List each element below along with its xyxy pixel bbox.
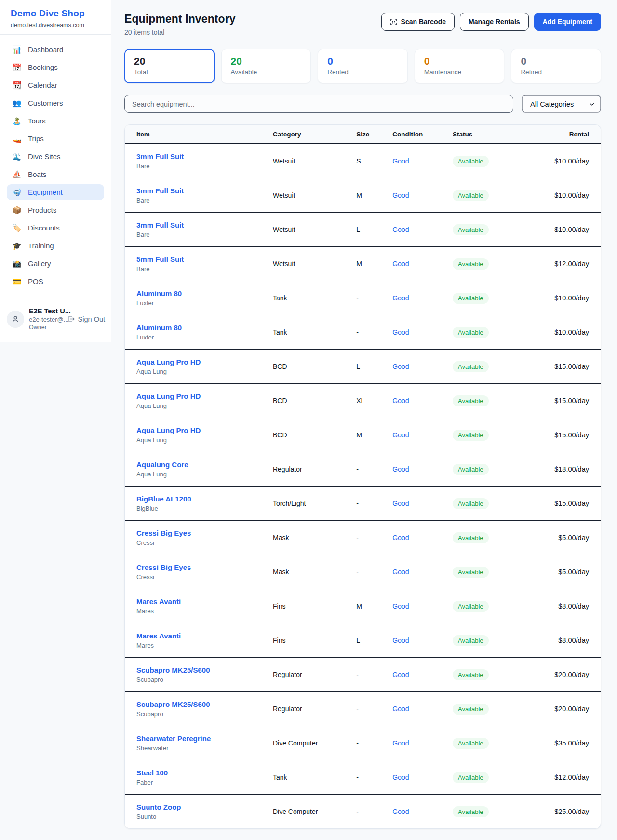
status-badge: Available (453, 430, 489, 441)
nav-item-label: Calendar (28, 81, 57, 89)
sidebar-item[interactable]: 📸 Gallery (7, 256, 104, 271)
sidebar-item[interactable]: 🎓 Training (7, 238, 104, 254)
table-header: Item Category Size Condition Status Rent… (125, 125, 601, 144)
condition-link[interactable]: Good (392, 602, 453, 610)
stat-card[interactable]: 20 Available (221, 49, 311, 83)
condition-link[interactable]: Good (392, 431, 453, 439)
status-cell: Available (453, 430, 533, 441)
condition-link[interactable]: Good (392, 671, 453, 678)
sidebar-item[interactable]: 📦 Products (7, 202, 104, 218)
condition-link[interactable]: Good (392, 191, 453, 199)
nav-item-icon: 💳 (12, 278, 22, 285)
sidebar-item[interactable]: 🚤 Trips (7, 131, 104, 147)
condition-link[interactable]: Good (392, 397, 453, 405)
sidebar-item[interactable]: 🤿 Equipment (7, 184, 104, 200)
condition-link[interactable]: Good (392, 739, 453, 747)
table-row: Shearwater Peregrine Shearwater Dive Com… (125, 726, 601, 760)
status-cell: Available (453, 532, 533, 543)
column-header-condition: Condition (392, 131, 453, 138)
item-name-link[interactable]: 3mm Full Suit (136, 187, 184, 195)
size-cell: - (356, 773, 392, 781)
item-name-link[interactable]: Aqua Lung Pro HD (136, 392, 201, 400)
item-name-link[interactable]: Mares Avanti (136, 632, 181, 640)
sidebar-item[interactable]: 💳 POS (7, 273, 104, 289)
sidebar-item[interactable]: 🌊 Dive Sites (7, 149, 104, 164)
size-cell: - (356, 328, 392, 336)
status-cell: Available (453, 464, 533, 475)
status-cell: Available (453, 258, 533, 270)
size-cell: - (356, 739, 392, 747)
nav-item-label: Training (28, 242, 54, 250)
category-cell: Fins (273, 637, 356, 644)
manage-rentals-label: Manage Rentals (469, 18, 520, 26)
rental-rate: $20.00/day (534, 705, 590, 713)
add-equipment-button[interactable]: Add Equipment (534, 13, 601, 31)
sidebar-item[interactable]: 🏷️ Discounts (7, 220, 104, 236)
condition-link[interactable]: Good (392, 534, 453, 542)
category-select[interactable]: All Categories (522, 95, 601, 113)
item-name-link[interactable]: Aqua Lung Pro HD (136, 426, 201, 434)
item-name-link[interactable]: Scubapro MK25/S600 (136, 700, 210, 708)
item-name-link[interactable]: BigBlue AL1200 (136, 495, 191, 503)
sidebar-item[interactable]: 📆 Calendar (7, 77, 104, 93)
nav-item-icon: 🏷️ (12, 224, 22, 231)
item-name-link[interactable]: Scubapro MK25/S600 (136, 666, 210, 674)
condition-link[interactable]: Good (392, 637, 453, 644)
item-name-link[interactable]: Steel 100 (136, 769, 168, 777)
sign-out-button[interactable]: Sign Out (67, 315, 105, 323)
stat-card[interactable]: 0 Retired (511, 49, 601, 83)
condition-link[interactable]: Good (392, 328, 453, 336)
item-name-link[interactable]: Suunto Zoop (136, 803, 181, 811)
sidebar-item[interactable]: 👥 Customers (7, 95, 104, 111)
condition-link[interactable]: Good (392, 157, 453, 165)
item-name-link[interactable]: Mares Avanti (136, 597, 181, 606)
condition-link[interactable]: Good (392, 568, 453, 576)
stat-card[interactable]: 0 Rented (318, 49, 408, 83)
condition-link[interactable]: Good (392, 294, 453, 302)
status-cell: Available (453, 704, 533, 715)
condition-link[interactable]: Good (392, 773, 453, 781)
item-name-link[interactable]: Aqua Lung Pro HD (136, 358, 201, 366)
sidebar-item[interactable]: 📅 Bookings (7, 59, 104, 75)
item-name-link[interactable]: Shearwater Peregrine (136, 734, 211, 743)
sidebar-nav: 📊 Dashboard 📅 Bookings 📆 Calendar 👥 Cust… (0, 35, 111, 294)
item-cell: 3mm Full Suit Bare (136, 221, 273, 238)
condition-link[interactable]: Good (392, 705, 453, 713)
condition-link[interactable]: Good (392, 260, 453, 268)
stat-card[interactable]: 0 Maintenance (415, 49, 505, 83)
item-name-link[interactable]: 3mm Full Suit (136, 152, 184, 161)
condition-link[interactable]: Good (392, 500, 453, 507)
brand-name[interactable]: Demo Dive Shop (11, 8, 103, 19)
condition-link[interactable]: Good (392, 465, 453, 473)
scan-barcode-button[interactable]: Scan Barcode (381, 13, 455, 31)
search-input[interactable] (124, 95, 513, 113)
column-header-status: Status (453, 131, 533, 138)
item-brand: Bare (136, 265, 273, 272)
stat-card[interactable]: 20 Total (124, 49, 215, 83)
item-name-link[interactable]: Aqualung Core (136, 461, 188, 469)
table-row: Cressi Big Eyes Cressi Mask - Good Avail… (125, 520, 601, 555)
rental-rate: $5.00/day (534, 534, 590, 542)
table-row: Scubapro MK25/S600 Scubapro Regulator - … (125, 691, 601, 726)
rental-rate: $8.00/day (534, 637, 590, 644)
size-cell: XL (356, 397, 392, 405)
status-badge: Available (453, 224, 489, 235)
condition-link[interactable]: Good (392, 808, 453, 815)
status-badge: Available (453, 258, 489, 270)
condition-link[interactable]: Good (392, 226, 453, 233)
item-name-link[interactable]: Aluminum 80 (136, 324, 182, 332)
item-name-link[interactable]: Cressi Big Eyes (136, 529, 191, 537)
table-row: Aqua Lung Pro HD Aqua Lung BCD XL Good A… (125, 383, 601, 418)
sidebar-item[interactable]: 📊 Dashboard (7, 41, 104, 57)
item-cell: 5mm Full Suit Bare (136, 255, 273, 272)
sidebar-item[interactable]: ⛵ Boats (7, 166, 104, 182)
item-name-link[interactable]: 5mm Full Suit (136, 255, 184, 263)
item-name-link[interactable]: 3mm Full Suit (136, 221, 184, 229)
condition-link[interactable]: Good (392, 363, 453, 370)
item-name-link[interactable]: Cressi Big Eyes (136, 563, 191, 571)
manage-rentals-button[interactable]: Manage Rentals (460, 13, 529, 31)
item-name-link[interactable]: Aluminum 80 (136, 289, 182, 298)
sidebar-item[interactable]: 🏝️ Tours (7, 113, 104, 129)
status-badge: Available (453, 293, 489, 304)
stat-label: Available (231, 68, 302, 76)
